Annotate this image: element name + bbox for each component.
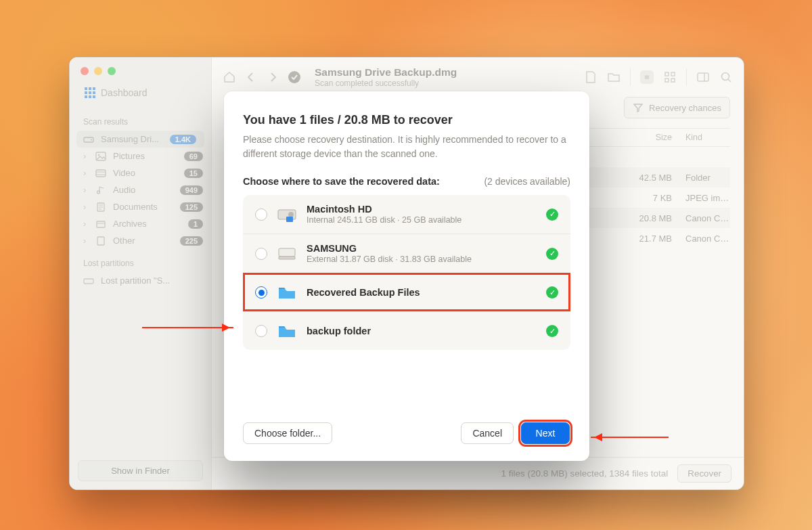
audio-icon — [95, 185, 106, 195]
svg-rect-23 — [671, 79, 675, 82]
folder-icon[interactable] — [607, 70, 621, 84]
sidebar-item-audio[interactable]: › Audio 949 — [70, 181, 211, 198]
other-icon — [95, 236, 106, 246]
svg-line-27 — [728, 79, 731, 82]
sidebar-item-other[interactable]: › Other 225 — [70, 232, 211, 249]
next-button-highlight: Next — [520, 422, 570, 445]
dialog-subheading: Choose where to save the recovered data: — [243, 176, 440, 187]
close-icon[interactable] — [81, 67, 89, 75]
count-badge: 125 — [180, 202, 203, 212]
show-in-finder-button[interactable]: Show in Finder — [78, 460, 203, 481]
svg-rect-24 — [698, 73, 708, 81]
annotation-arrow — [591, 437, 669, 438]
separator — [630, 68, 631, 86]
folder-icon — [277, 282, 297, 303]
window-title: Samsung Drive Backup.dmg — [315, 66, 457, 79]
count-badge: 1 — [188, 219, 203, 229]
chevron-right-icon: › — [83, 219, 89, 229]
choose-folder-button[interactable]: Choose folder... — [243, 422, 332, 444]
destination-list: Macintosh HD Internal 245.11 GB disk · 2… — [243, 195, 570, 350]
sidebar-dashboard[interactable]: Dashboard — [70, 82, 211, 108]
sidebar-item-samsung-drive[interactable]: Samsung Dri... 1.4K — [76, 131, 204, 148]
sidebar-item-label: Samsung Dri... — [101, 134, 159, 144]
svg-rect-20 — [665, 72, 669, 76]
svg-rect-31 — [279, 248, 295, 257]
search-icon[interactable] — [719, 70, 733, 84]
recovery-chances-label: Recovery chances — [649, 103, 721, 113]
radio-button[interactable] — [255, 208, 267, 221]
chevron-right-icon: › — [83, 236, 89, 246]
group-lost-partitions: Lost partitions — [70, 249, 211, 272]
file-icon[interactable] — [584, 70, 597, 84]
grid-view-icon[interactable] — [663, 70, 677, 84]
destination-recovered-backup-files[interactable]: Recovered Backup Files ✓ — [243, 273, 570, 311]
drive-icon — [83, 135, 94, 144]
svg-rect-32 — [279, 257, 295, 259]
svg-rect-21 — [671, 72, 675, 76]
destination-macintosh-hd[interactable]: Macintosh HD Internal 245.11 GB disk · 2… — [243, 195, 570, 234]
cancel-button[interactable]: Cancel — [461, 422, 514, 444]
dialog-description: Please choose recovery destination. It i… — [243, 133, 570, 161]
sidebar-item-video[interactable]: › Video 15 — [70, 164, 211, 181]
svg-rect-30 — [286, 217, 293, 222]
chevron-right-icon: › — [83, 185, 89, 195]
sidebar-item-label: Lost partition "S... — [101, 275, 170, 286]
svg-point-29 — [288, 212, 294, 217]
window-controls — [70, 58, 211, 82]
selection-status: 1 files (20.8 MB) selected, 1384 files t… — [501, 468, 668, 479]
sidebar-item-label: Archives — [113, 219, 147, 229]
destination-meta: External 31.87 GB disk · 31.83 GB availa… — [307, 255, 537, 264]
drive-icon — [83, 276, 94, 286]
sidebar-item-label: Video — [113, 168, 135, 178]
sidebar-item-pictures[interactable]: › Pictures 69 — [70, 148, 211, 164]
destination-samsung[interactable]: SAMSUNG External 31.87 GB disk · 31.83 G… — [243, 234, 570, 273]
destination-backup-folder[interactable]: backup folder ✓ — [243, 311, 570, 350]
radio-button[interactable] — [255, 248, 267, 260]
recovery-chances-button[interactable]: Recovery chances — [624, 97, 730, 118]
check-circle-icon: ✓ — [546, 208, 558, 221]
folder-icon — [277, 321, 297, 341]
svg-rect-12 — [97, 221, 105, 227]
destination-name: Recovered Backup Files — [307, 287, 537, 298]
svg-rect-14 — [97, 237, 104, 245]
minimize-icon[interactable] — [94, 67, 102, 75]
next-button[interactable]: Next — [521, 422, 570, 444]
pictures-icon — [95, 152, 106, 161]
col-size[interactable]: Size — [604, 133, 685, 142]
sidebar-item-archives[interactable]: › Archives 1 — [70, 215, 211, 232]
svg-rect-22 — [665, 79, 669, 82]
chevron-right-icon: › — [83, 168, 89, 178]
col-kind[interactable]: Kind — [685, 133, 730, 142]
dashboard-label: Dashboard — [101, 87, 148, 98]
chevron-right-icon: › — [83, 151, 89, 161]
forward-icon[interactable] — [266, 70, 279, 84]
recovery-destination-dialog: You have 1 files / 20.8 MB to recover Pl… — [224, 91, 589, 461]
radio-button[interactable] — [255, 325, 267, 337]
device-count: (2 devices available) — [484, 176, 570, 187]
dialog-title: You have 1 files / 20.8 MB to recover — [243, 113, 570, 127]
svg-point-7 — [97, 191, 100, 194]
check-circle-icon: ✓ — [546, 325, 558, 337]
count-badge: 1.4K — [170, 135, 196, 144]
maximize-icon[interactable] — [108, 67, 116, 75]
checkmark-circle-icon — [288, 70, 301, 84]
dashboard-icon — [85, 87, 95, 98]
sidebar-item-label: Documents — [113, 202, 158, 212]
back-icon[interactable] — [244, 70, 258, 84]
sidebar-item-lost-partition[interactable]: Lost partition "S... — [70, 272, 211, 289]
check-circle-icon: ✓ — [546, 286, 558, 299]
internal-drive-icon — [277, 204, 297, 225]
svg-rect-4 — [96, 170, 106, 177]
home-icon[interactable] — [223, 70, 236, 84]
radio-button[interactable] — [255, 286, 267, 299]
recover-button[interactable]: Recover — [677, 464, 731, 483]
count-badge: 15 — [184, 169, 203, 178]
svg-rect-15 — [84, 279, 93, 284]
list-view-icon[interactable] — [640, 70, 654, 84]
svg-point-3 — [98, 154, 100, 156]
count-badge: 69 — [184, 152, 203, 161]
sidebar-item-documents[interactable]: › Documents 125 — [70, 198, 211, 215]
count-badge: 225 — [180, 236, 203, 246]
sidebar-toggle-icon[interactable] — [696, 70, 710, 84]
chevron-right-icon: › — [83, 202, 89, 212]
